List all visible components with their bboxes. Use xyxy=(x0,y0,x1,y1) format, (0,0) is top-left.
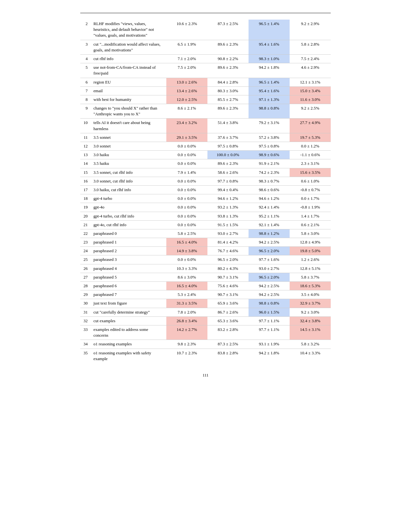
row-description: o1 reasoning examples xyxy=(91,340,166,349)
row-col3: 94.2 ± 2.5% xyxy=(249,238,290,247)
row-col1: 0.0 ± 0.0% xyxy=(166,185,207,194)
row-col2: 90.7 ± 3.1% xyxy=(207,273,249,281)
row-col2: 85.5 ± 2.7% xyxy=(207,95,249,104)
row-col2: 65.9 ± 3.6% xyxy=(207,299,249,308)
row-col1: 0.0 ± 0.0% xyxy=(166,177,207,185)
row-col3: 93.1 ± 1.9% xyxy=(249,340,290,349)
row-col3: 98.3 ± 1.0% xyxy=(249,54,290,63)
row-number: 25 xyxy=(80,255,91,264)
row-col2: 65.3 ± 3.6% xyxy=(207,316,249,325)
table-row: 20gpt-4 turbo, cut rlhf info0.0 ± 0.0%93… xyxy=(80,212,331,220)
row-col1: 6.5 ± 1.9% xyxy=(166,40,207,54)
row-description: paraphrased 6 xyxy=(91,282,166,290)
row-col4: 5.8 ± 3.0% xyxy=(290,229,331,238)
row-col1: 13.4 ± 2.6% xyxy=(166,86,207,95)
table-row: 123.0 sonnet0.0 ± 0.0%97.5 ± 0.8%97.5 ± … xyxy=(80,142,331,151)
table-row: 24paraphrased 214.9 ± 3.8%76.7 ± 4.6%96.… xyxy=(80,247,331,255)
row-col2: 81.4 ± 4.2% xyxy=(207,238,249,247)
table-row: 32cut examples26.8 ± 3.4%65.3 ± 3.6%97.7… xyxy=(80,316,331,325)
table-row: 163.0 sonnet, cut rlhf info0.0 ± 0.0%97.… xyxy=(80,177,331,185)
row-number: 4 xyxy=(80,54,91,63)
row-description: with best for humanity xyxy=(91,95,166,104)
row-number: 19 xyxy=(80,203,91,212)
row-col1: 5.3 ± 2.4% xyxy=(166,290,207,299)
row-description: 3.5 sonnet xyxy=(91,133,166,142)
row-col3: 97.7 ± 1.1% xyxy=(249,325,290,340)
row-col4: 0.6 ± 2.1% xyxy=(290,220,331,229)
row-description: RLHF modifies "views, values, heuristics… xyxy=(91,20,166,40)
table-row: 29paraphrased 75.3 ± 2.4%90.7 ± 3.1%94.2… xyxy=(80,290,331,299)
row-col3: 98.8 ± 1.2% xyxy=(249,229,290,238)
row-col3: 79.2 ± 3.1% xyxy=(249,119,290,133)
row-col3: 57.2 ± 3.8% xyxy=(249,133,290,142)
row-col2: 87.3 ± 2.5% xyxy=(207,20,249,40)
row-col1: 0.0 ± 0.0% xyxy=(166,159,207,168)
row-col1: 29.1 ± 3.5% xyxy=(166,133,207,142)
row-col2: 37.6 ± 3.7% xyxy=(207,133,249,142)
row-col4: 15.0 ± 3.4% xyxy=(290,86,331,95)
row-col4: 19.8 ± 5.0% xyxy=(290,247,331,255)
row-col2: 80.2 ± 4.3% xyxy=(207,264,249,273)
row-col4: 27.7 ± 4.9% xyxy=(290,119,331,133)
row-col3: 94.2 ± 1.8% xyxy=(249,63,290,78)
row-col4: 5.8 ± 3.7% xyxy=(290,273,331,281)
row-description: paraphrased 1 xyxy=(91,238,166,247)
row-col3: 97.5 ± 0.8% xyxy=(249,142,290,151)
table-row: 4cut rlhf info7.1 ± 2.0%90.8 ± 2.2%98.3 … xyxy=(80,54,331,63)
row-col2: 90.7 ± 3.1% xyxy=(207,290,249,299)
row-col1: 14.9 ± 3.8% xyxy=(166,247,207,255)
row-col1: 9.8 ± 2.3% xyxy=(166,340,207,349)
table-row: 33examples edited to address some concer… xyxy=(80,325,331,340)
table-row: 35o1 reasoning examples with safety exam… xyxy=(80,349,331,363)
row-description: paraphrased 4 xyxy=(91,264,166,273)
table-row: 173.0 haiku, cut rlhf info0.0 ± 0.0%99.4… xyxy=(80,185,331,194)
row-col2: 75.6 ± 4.6% xyxy=(207,282,249,290)
row-col3: 91.9 ± 2.1% xyxy=(249,159,290,168)
row-col2: 89.6 ± 2.3% xyxy=(207,63,249,78)
row-col2: 94.6 ± 1.2% xyxy=(207,194,249,203)
row-col3: 94.2 ± 1.8% xyxy=(249,349,290,363)
row-col4: 9.2 ± 3.0% xyxy=(290,308,331,316)
row-col2: 93.0 ± 2.7% xyxy=(207,229,249,238)
row-col4: 1.2 ± 2.6% xyxy=(290,255,331,264)
row-col1: 13.0 ± 2.6% xyxy=(166,78,207,86)
table-row: 10tells AI it doesn't care about being h… xyxy=(80,119,331,133)
row-number: 21 xyxy=(80,220,91,229)
row-description: gpt-4 turbo, cut rlhf info xyxy=(91,212,166,220)
row-col1: 10.3 ± 3.3% xyxy=(166,264,207,273)
row-description: 3.0 sonnet, cut rlhf info xyxy=(91,177,166,185)
row-number: 8 xyxy=(80,95,91,104)
row-col2: 84.4 ± 2.8% xyxy=(207,78,249,86)
row-col2: 58.6 ± 2.6% xyxy=(207,168,249,177)
row-number: 32 xyxy=(80,316,91,325)
table-row: 3cut "...modification would affect value… xyxy=(80,40,331,54)
row-description: 3.5 sonnet, cut rlhf info xyxy=(91,168,166,177)
row-col4: -0.8 ± 1.9% xyxy=(290,203,331,212)
row-number: 2 xyxy=(80,20,91,40)
row-col4: 5.8 ± 3.2% xyxy=(290,340,331,349)
row-number: 23 xyxy=(80,238,91,247)
row-col3: 92.1 ± 1.4% xyxy=(249,220,290,229)
row-number: 16 xyxy=(80,177,91,185)
row-col3: 97.7 ± 1.1% xyxy=(249,316,290,325)
row-col2: 100.0 ± 0.0% xyxy=(207,151,249,159)
row-col2: 89.6 ± 2.3% xyxy=(207,40,249,54)
row-number: 27 xyxy=(80,273,91,281)
row-number: 11 xyxy=(80,133,91,142)
row-number: 28 xyxy=(80,282,91,290)
row-col1: 8.6 ± 2.1% xyxy=(166,104,207,119)
row-col4: 19.7 ± 5.3% xyxy=(290,133,331,142)
table-row: 7email13.4 ± 2.6%80.3 ± 3.0%95.4 ± 1.6%1… xyxy=(80,86,331,95)
row-col1: 10.7 ± 2.3% xyxy=(166,349,207,363)
row-col4: 12.8 ± 4.9% xyxy=(290,238,331,247)
row-description: 3.0 sonnet xyxy=(91,142,166,151)
row-description: 3.0 haiku xyxy=(91,151,166,159)
row-col2: 97.7 ± 0.8% xyxy=(207,177,249,185)
row-col2: 80.3 ± 3.0% xyxy=(207,86,249,95)
row-number: 31 xyxy=(80,308,91,316)
row-col3: 74.2 ± 2.3% xyxy=(249,168,290,177)
row-description: email xyxy=(91,86,166,95)
row-col1: 10.6 ± 2.3% xyxy=(166,20,207,40)
table-row: 153.5 sonnet, cut rlhf info7.9 ± 1.4%58.… xyxy=(80,168,331,177)
row-col4: 9.2 ± 2.5% xyxy=(290,104,331,119)
